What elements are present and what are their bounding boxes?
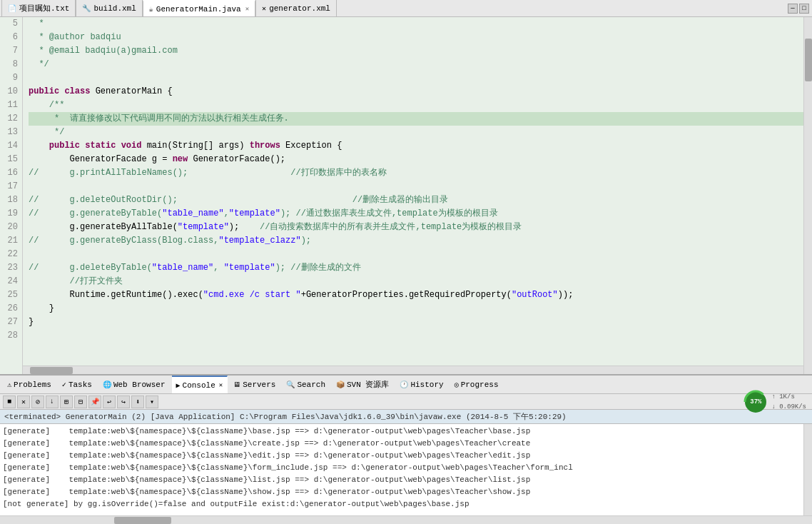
code-line-22 — [29, 248, 803, 261]
console-close[interactable]: ✕ — [219, 381, 223, 389]
file-icon: 📄 — [8, 4, 16, 13]
console-line-4: [generate] template:web\${namespace}\${c… — [3, 462, 801, 474]
tab-history[interactable]: 🕐 History — [395, 376, 448, 393]
console-line-2: [generate] template:web\${namespace}\${c… — [3, 438, 801, 450]
tasks-icon: ✓ — [62, 381, 66, 389]
tab-servers[interactable]: 🖥 Servers — [229, 376, 280, 393]
code-line-11: /** — [29, 99, 803, 112]
tab-generatormain[interactable]: ☕ GeneratorMain.java ✕ — [143, 0, 255, 16]
tab-search-label: Search — [297, 381, 325, 389]
code-line-10: public class GeneratorMain { — [29, 85, 803, 99]
editor-tabs: 📄 项目嘱知.txt 🔧 build.xml ☕ GeneratorMain.j… — [1, 0, 337, 16]
progress-circle: 37% — [743, 389, 768, 415]
tab-tasks[interactable]: ✓ Tasks — [58, 376, 97, 393]
tab-console[interactable]: ▶ Console ✕ — [172, 376, 228, 393]
remove-button[interactable]: ⊘ — [31, 395, 44, 408]
scroll-lock-button[interactable]: ↓ — [46, 395, 59, 408]
window-controls: — □ — [788, 4, 812, 14]
progress-icon: ◎ — [455, 381, 459, 389]
code-line-14: public static void main(String[] args) t… — [29, 139, 803, 153]
tab-browser-label: Web Browser — [113, 381, 166, 389]
line-numbers: 5 6 7 8 9 10 11 12 13 14 15 16 17 18 19 … — [0, 17, 23, 374]
tab-svn[interactable]: 📦 SVN 资源库 — [332, 376, 394, 393]
console-line-7: [not generate] by gg.isOverride()=false … — [3, 498, 801, 510]
code-line-19: // g.generateByTable("table_name","templ… — [29, 207, 803, 221]
bottom-panel: ⚠ Problems ✓ Tasks 🌐 Web Browser ▶ Conso… — [0, 374, 812, 524]
tab-web-browser[interactable]: 🌐 Web Browser — [98, 376, 171, 393]
code-line-20: g.generateByAllTable("template"); //自动搜索… — [29, 221, 803, 234]
terminate-button[interactable]: ✕ — [17, 395, 30, 408]
console-status-bar: <terminated> GeneratorMain (2) [Java App… — [0, 410, 812, 424]
tab-history-label: History — [410, 381, 443, 389]
java-icon: ☕ — [149, 5, 153, 14]
expand-button[interactable]: ▾ — [146, 395, 158, 408]
progress-percent-label: 37% — [750, 398, 761, 405]
tab-problems[interactable]: ⚠ Problems — [3, 376, 56, 393]
code-line-5: * — [29, 17, 803, 31]
editor-area: 5 6 7 8 9 10 11 12 13 14 15 16 17 18 19 … — [0, 17, 812, 374]
tab-console-label: Console — [183, 381, 215, 390]
code-line-8: */ — [29, 58, 803, 71]
code-line-24: //打开文件夹 — [29, 275, 803, 288]
open-console-button[interactable]: ⊟ — [74, 395, 87, 408]
problems-icon: ⚠ — [7, 381, 11, 389]
pin-console-button[interactable]: 📌 — [88, 395, 101, 408]
code-line-23: // g.deleteByTable("table_name", "templa… — [29, 261, 803, 275]
console-scroll-thumb-h[interactable] — [114, 517, 171, 524]
console-vertical-scrollbar[interactable] — [803, 424, 812, 515]
next-button[interactable]: ↪ — [117, 395, 130, 408]
tab-search[interactable]: 🔍 Search — [282, 376, 330, 393]
maximize-button[interactable]: □ — [799, 4, 809, 14]
editor-vertical-scrollbar[interactable] — [803, 17, 812, 374]
tab-generator-xml[interactable]: ✕ generator.xml — [255, 0, 337, 16]
scroll-thumb-v[interactable] — [805, 39, 812, 81]
tab-problems-label: Problems — [14, 381, 51, 389]
code-editor[interactable]: * * @author badqiu * @email badqiu(a)gma… — [23, 17, 803, 374]
bottom-tab-bar: ⚠ Problems ✓ Tasks 🌐 Web Browser ▶ Conso… — [0, 376, 812, 394]
code-line-9 — [29, 71, 803, 85]
code-line-17 — [29, 180, 803, 193]
tab-progress-label: Progress — [461, 381, 499, 389]
xml-icon: 🔧 — [82, 4, 91, 13]
code-line-21: // g.generateByClass(Blog.class,"templat… — [29, 234, 803, 248]
console-icon: ▶ — [176, 381, 181, 390]
history-icon: 🕐 — [400, 381, 408, 389]
tab-build-xml[interactable]: 🔧 build.xml — [76, 0, 142, 16]
console-horizontal-scrollbar[interactable] — [0, 515, 812, 524]
console-output[interactable]: [generate] template:web\${namespace}\${c… — [0, 424, 803, 515]
tab-bar: 📄 项目嘱知.txt 🔧 build.xml ☕ GeneratorMain.j… — [0, 0, 812, 17]
tab-项目嘱知[interactable]: 📄 项目嘱知.txt — [1, 0, 76, 16]
tab-label: GeneratorMain.java — [156, 5, 241, 14]
code-line-16: // g.printAllTableNames(); //打印数据库中的表名称 — [29, 166, 803, 180]
scroll-thumb-h[interactable] — [30, 367, 73, 374]
tab-label: build.xml — [93, 4, 136, 13]
svn-icon: 📦 — [336, 381, 345, 389]
tab-tasks-label: Tasks — [68, 381, 92, 389]
browser-icon: 🌐 — [103, 381, 111, 389]
word-wrap-button[interactable]: ⊞ — [60, 395, 73, 408]
servers-icon: 🖥 — [233, 381, 240, 389]
code-line-7: * @email badqiu(a)gmail.com — [29, 44, 803, 58]
code-line-15: GeneratorFacade g = new GeneratorFacade(… — [29, 153, 803, 166]
minimize-button[interactable]: — — [788, 4, 798, 14]
tab-progress[interactable]: ◎ Progress — [450, 376, 504, 393]
prev-button[interactable]: ↩ — [103, 395, 116, 408]
view-menu-button[interactable]: ⬇ — [131, 395, 144, 408]
console-area: <terminated> GeneratorMain (2) [Java App… — [0, 410, 812, 524]
stop-button[interactable]: ■ — [3, 395, 16, 408]
editor-horizontal-scrollbar[interactable] — [23, 366, 803, 374]
tab-close-generatormain[interactable]: ✕ — [245, 5, 249, 13]
speed-up: ↑ 1K/s — [771, 392, 806, 402]
code-line-28 — [29, 329, 803, 343]
code-line-18: // g.deleteOutRootDir(); //删除生成器的输出目录 — [29, 193, 803, 207]
code-line-27: } — [29, 316, 803, 329]
console-line-5: [generate] template:web\${namespace}\${c… — [3, 474, 801, 486]
console-line-3: [generate] template:web\${namespace}\${c… — [3, 450, 801, 462]
toolbar-left-buttons: ■ ✕ ⊘ ↓ ⊞ ⊟ 📌 ↩ ↪ ⬇ ▾ — [3, 395, 158, 408]
console-line-1: [generate] template:web\${namespace}\${c… — [3, 425, 801, 438]
tab-label: 项目嘱知.txt — [19, 3, 69, 14]
tab-svn-label: SVN 资源库 — [347, 379, 389, 390]
speed-info: ↑ 1K/s ↓ 0.09K/s — [771, 392, 806, 412]
code-line-13: */ — [29, 126, 803, 139]
console-toolbar: ■ ✕ ⊘ ↓ ⊞ ⊟ 📌 ↩ ↪ ⬇ ▾ 37% ↑ 1K/s ↓ 0.09K… — [0, 394, 812, 410]
